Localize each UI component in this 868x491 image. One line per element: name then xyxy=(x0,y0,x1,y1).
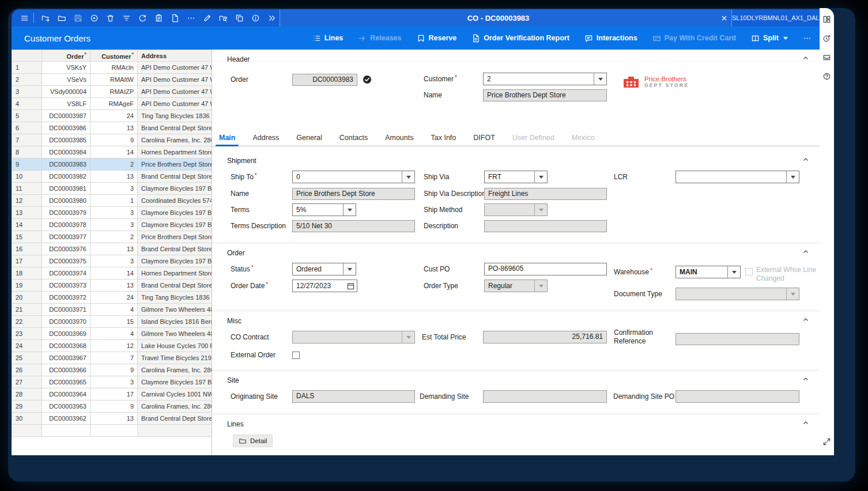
table-row[interactable]: 1VSKsYRMAclnAPI Demo Customer 47 W 13t xyxy=(12,62,213,74)
customer-dropdown-button[interactable] xyxy=(594,73,606,85)
table-row[interactable]: 2VSeVsRMAItWAPI Demo Customer 47 W 13t xyxy=(12,74,213,86)
column-header-order[interactable]: Order* xyxy=(42,50,90,62)
split-button[interactable]: Split xyxy=(751,34,788,43)
table-row[interactable]: 25DC000039677Travel Time Bicycles 2196 L… xyxy=(12,352,213,364)
order-type-combo[interactable]: Regular xyxy=(484,280,548,292)
table-row[interactable]: 13DC000039793Claymore Bicycles 197 Belle… xyxy=(12,207,213,219)
ship-method-combo[interactable] xyxy=(484,203,548,216)
copy-button[interactable] xyxy=(231,11,247,25)
table-row[interactable]: 20DC0000397224Ting Tang Bicycles 1836 W … xyxy=(12,292,213,304)
table-row[interactable]: 21DC000039714Gilmore Two Wheelers 48 W I xyxy=(12,304,213,316)
pay-with-credit-card-button[interactable]: Pay With Credit Card xyxy=(652,34,736,43)
refresh-button[interactable] xyxy=(134,11,150,25)
tab-general[interactable]: General xyxy=(296,134,322,146)
table-row[interactable]: 10DC0000398213Brand Central Dept Store 5… xyxy=(12,171,213,183)
demanding-site-po-field[interactable] xyxy=(675,390,799,403)
column-header-address[interactable]: Address xyxy=(138,50,213,62)
expand-button[interactable] xyxy=(263,11,280,25)
ship-name-field[interactable]: Price Brothers Dept Store xyxy=(292,188,415,200)
close-tab-button[interactable] xyxy=(716,10,731,25)
table-row[interactable]: 17DC000039753Claymore Bicycles 197 Belle… xyxy=(12,255,213,267)
ship-description-field[interactable] xyxy=(484,220,607,232)
customer-combo[interactable]: 2 xyxy=(483,73,607,85)
table-row[interactable]: 11DC000039813Claymore Bicycles 197 Belle… xyxy=(12,183,213,195)
collapse-misc-button[interactable] xyxy=(802,316,809,324)
table-row[interactable]: 12DC000039801Coordinated Bicycles 57460 … xyxy=(12,195,213,207)
releases-button[interactable]: Releases xyxy=(358,34,401,43)
confirmation-reference-field[interactable] xyxy=(675,333,799,345)
table-row[interactable]: 29DC000039639Carolina Frames, Inc. 280 M… xyxy=(12,401,213,413)
table-row[interactable]: 8DC0000398414Hornes Department Store 21 xyxy=(12,146,213,158)
info-button[interactable] xyxy=(247,11,263,25)
more-button[interactable] xyxy=(183,11,199,25)
record-button[interactable] xyxy=(86,11,102,25)
ship-via-desc-field[interactable]: Freight Lines xyxy=(484,188,607,200)
warehouse-dropdown-button[interactable] xyxy=(727,266,740,278)
collapse-shipment-button[interactable] xyxy=(802,156,809,164)
delete-button[interactable] xyxy=(102,11,118,25)
tab-mexico[interactable]: Mexico xyxy=(572,134,595,146)
menu-button[interactable] xyxy=(16,11,32,25)
table-row[interactable]: 14DC000039783Claymore Bicycles 197 Belle… xyxy=(12,219,213,231)
table-row[interactable]: 30DC0000396213Brand Central Dept Store 5… xyxy=(12,413,213,425)
document-type-combo[interactable] xyxy=(675,288,799,300)
collapse-order-button[interactable] xyxy=(802,248,809,256)
warehouse-combo[interactable]: MAIN xyxy=(675,266,741,278)
cust-po-field[interactable]: PO-869605 xyxy=(484,263,607,275)
lcr-dropdown-button[interactable] xyxy=(786,171,799,183)
demanding-site-field[interactable] xyxy=(483,390,607,403)
order-date-field[interactable]: 12/27/2023 xyxy=(292,280,357,292)
terms-desc-field[interactable]: 5/10 Net 30 xyxy=(292,220,415,232)
document-tab[interactable]: CO - DC00003983 xyxy=(280,9,732,27)
customer-name-field[interactable]: Price Brothers Dept Store xyxy=(483,89,607,101)
tab-difot[interactable]: DIFOT xyxy=(473,134,495,146)
order-verification-report-button[interactable]: Order Verification Report xyxy=(471,34,569,43)
table-row[interactable]: 24DC0000396812Lake House Cycles 700 Fron… xyxy=(12,340,213,352)
lines-button[interactable]: Lines xyxy=(312,34,344,43)
table-row[interactable]: 23DC000039694Gilmore Two Wheelers 48 W I xyxy=(12,328,213,340)
ship-to-combo[interactable]: 0 xyxy=(292,171,415,183)
tab-address[interactable]: Address xyxy=(252,134,279,146)
interactions-button[interactable]: Interactions xyxy=(584,34,637,43)
ship-via-dropdown-button[interactable] xyxy=(534,171,547,183)
tab-amounts[interactable]: Amounts xyxy=(385,134,413,146)
originating-site-field[interactable]: DALS xyxy=(292,390,415,403)
save-button[interactable] xyxy=(70,11,86,25)
collapse-header-button[interactable] xyxy=(802,55,809,63)
est-total-price-field[interactable]: 25,716.81 xyxy=(483,331,607,343)
collapse-site-button[interactable] xyxy=(802,376,809,384)
table-row[interactable]: 28DC0000396417Carnival Cycles 1001 NW Wa… xyxy=(12,388,213,401)
co-contract-combo[interactable] xyxy=(292,331,415,343)
order-field[interactable]: DC00003983 xyxy=(292,74,357,86)
table-row[interactable]: 27DC000039653Claymore Bicycles 197 Belle… xyxy=(12,376,213,388)
table-row[interactable]: 6DC0000398613Brand Central Dept Store 57… xyxy=(12,122,213,134)
help-button[interactable] xyxy=(821,70,833,82)
table-row[interactable]: 4VS8LFRMAgeFAPI Demo Customer 47 W 13t xyxy=(12,98,213,110)
table-row[interactable]: 15DC000039772Price Brothers Dept Store 4… xyxy=(12,231,213,243)
new-document-button[interactable] xyxy=(167,11,183,25)
external-order-checkbox[interactable] xyxy=(292,352,300,359)
calendar-button[interactable] xyxy=(344,280,357,292)
status-dropdown-button[interactable] xyxy=(343,263,356,275)
table-row[interactable]: 7DC000039859Carolina Frames, Inc. 280 Me xyxy=(12,134,213,146)
layout-button[interactable] xyxy=(821,13,833,25)
column-header-customer[interactable]: Customer* xyxy=(90,50,138,62)
reserve-button[interactable]: Reserve xyxy=(417,34,457,43)
table-row[interactable]: 18DC0000397414Hornes Department Store 21 xyxy=(12,267,213,280)
find-in-form-button[interactable] xyxy=(215,11,231,25)
ship-to-dropdown-button[interactable] xyxy=(402,171,414,183)
open-button[interactable] xyxy=(54,11,70,25)
table-row[interactable]: 3VSdy000004RMAIZPAPI Demo Customer 47 W … xyxy=(12,86,213,98)
edit-button[interactable] xyxy=(199,11,215,25)
table-row[interactable]: 19DC0000397313Brand Central Dept Store 5… xyxy=(12,280,213,292)
table-row[interactable]: 9DC000039832Price Brothers Dept Store 44 xyxy=(12,158,213,171)
more-actions-button[interactable] xyxy=(803,34,812,43)
tab-tax-info[interactable]: Tax Info xyxy=(431,134,456,146)
table-row[interactable]: 16DC0000397613Brand Central Dept Store 5… xyxy=(12,243,213,255)
filter-button[interactable] xyxy=(118,11,134,25)
clipboard-button[interactable] xyxy=(150,11,167,25)
status-combo[interactable]: Ordered xyxy=(292,263,356,275)
tab-contacts[interactable]: Contacts xyxy=(339,134,368,146)
table-row[interactable]: 5DC0000398724Ting Tang Bicycles 1836 W 2… xyxy=(12,110,213,122)
open-new-window-button[interactable] xyxy=(821,436,832,447)
